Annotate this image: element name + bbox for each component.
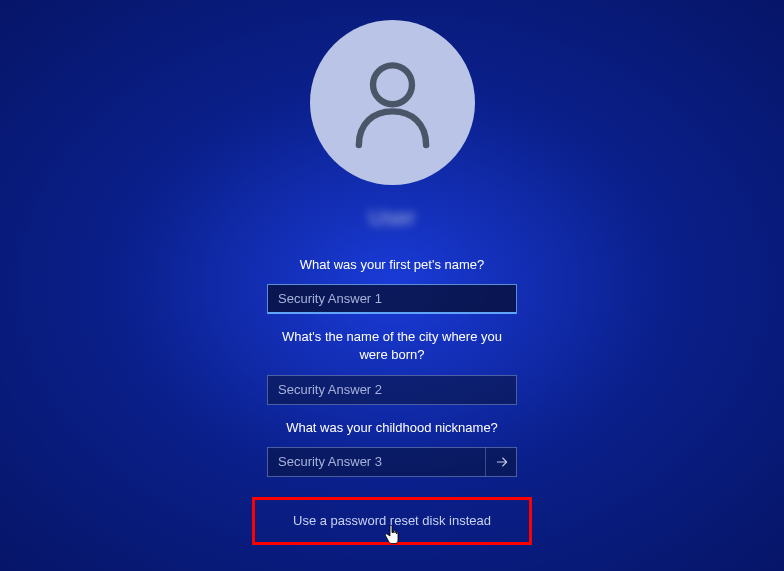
submit-arrow-button[interactable]: [485, 447, 517, 477]
security-answer-2-input[interactable]: [267, 375, 517, 405]
security-question-1: What was your first pet's name?: [300, 256, 485, 274]
security-answer-3-input[interactable]: [267, 447, 517, 477]
security-answer-3-wrap: [267, 447, 517, 477]
cursor-pointer-icon: [384, 525, 400, 549]
avatar: [310, 20, 475, 185]
security-question-2: What's the name of the city where you we…: [267, 328, 517, 364]
security-answer-1-wrap: [267, 284, 517, 314]
security-answer-1-input[interactable]: [267, 284, 517, 314]
security-question-3: What was your childhood nickname?: [286, 419, 498, 437]
svg-point-0: [373, 65, 412, 104]
username-label: User: [369, 205, 415, 231]
arrow-right-icon: [494, 454, 510, 470]
security-answer-2-wrap: [267, 375, 517, 405]
person-icon: [350, 55, 435, 150]
reset-disk-highlight-box: Use a password reset disk instead: [252, 497, 532, 545]
